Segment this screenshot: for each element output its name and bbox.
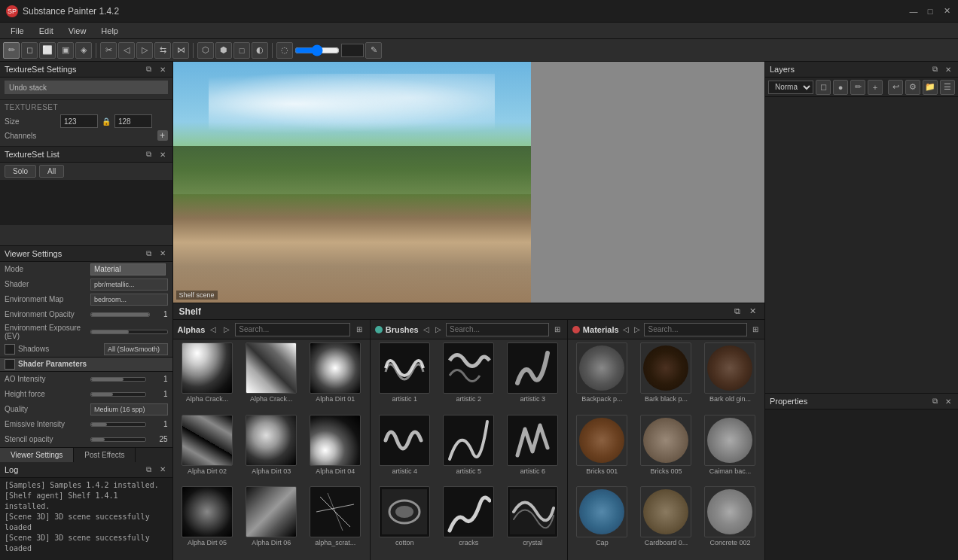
close-button[interactable]: ✕ xyxy=(941,6,952,17)
viewport-3d[interactable]: Shelf scene xyxy=(173,62,531,303)
list-item[interactable]: Caiman bac... xyxy=(699,415,761,485)
list-item[interactable]: artistic 6 xyxy=(502,415,564,485)
layers-visibility-btn[interactable]: ◻ xyxy=(816,80,831,95)
sym-btn[interactable]: ⇆ xyxy=(154,42,171,59)
minimize-button[interactable]: — xyxy=(908,6,919,17)
textureset-list-float-btn[interactable]: ⧉ xyxy=(144,149,154,160)
menu-edit[interactable]: Edit xyxy=(32,25,61,37)
list-item[interactable]: artistic 2 xyxy=(438,342,500,413)
layers-float-btn[interactable]: ⧉ xyxy=(929,64,940,75)
list-item[interactable]: artistic 4 xyxy=(374,415,436,485)
solo-btn[interactable]: Solo xyxy=(5,165,36,178)
list-item[interactable]: cracks xyxy=(438,486,500,557)
materials-next-btn[interactable]: ▷ xyxy=(633,324,642,335)
panel-close-btn[interactable]: ✕ xyxy=(157,64,168,75)
list-item[interactable]: crystal xyxy=(502,486,564,557)
env-opacity-slider[interactable] xyxy=(90,312,150,317)
brush-settings-btn[interactable]: ✎ xyxy=(365,42,382,59)
materials-search-input[interactable] xyxy=(644,323,747,336)
add-channel-btn[interactable]: + xyxy=(157,130,168,141)
shelf-close-btn[interactable]: ✕ xyxy=(746,306,758,318)
height-force-slider[interactable] xyxy=(90,392,146,397)
list-item[interactable]: Concrete 002 xyxy=(699,486,761,557)
list-item[interactable]: Alpha Dirt 06 xyxy=(240,486,303,557)
maximize-button[interactable]: □ xyxy=(925,6,935,17)
list-item[interactable]: Bricks 005 xyxy=(635,415,697,485)
list-item[interactable]: Bricks 001 xyxy=(571,415,633,485)
list-item[interactable]: Alpha Crack... xyxy=(240,342,303,413)
list-item[interactable]: Cap xyxy=(571,486,633,557)
mask-tool-btn[interactable]: ◈ xyxy=(75,42,92,59)
layers-close-btn[interactable]: ✕ xyxy=(943,64,953,75)
brushes-next-btn[interactable]: ▷ xyxy=(434,324,443,335)
texture-tool-btn[interactable]: ⬜ xyxy=(39,42,56,59)
list-item[interactable]: Alpha Dirt 04 xyxy=(304,415,367,485)
shadows-checkbox[interactable] xyxy=(5,344,15,355)
list-item[interactable]: Alpha Dirt 05 xyxy=(176,486,239,557)
layers-blend-mode[interactable]: Normal xyxy=(768,81,813,94)
properties-float-btn[interactable]: ⧉ xyxy=(929,396,940,406)
materials-grid-btn[interactable]: ⊞ xyxy=(750,324,760,336)
brushes-search-input[interactable] xyxy=(446,323,549,336)
alphas-search-input[interactable] xyxy=(235,323,349,336)
list-item[interactable]: Alpha Dirt 01 xyxy=(304,342,367,413)
layers-solo-btn[interactable]: ● xyxy=(833,80,848,95)
ao-intensity-slider[interactable] xyxy=(90,377,146,382)
tab-viewer-settings[interactable]: Viewer Settings xyxy=(0,448,74,462)
emissive-slider[interactable] xyxy=(90,422,146,427)
alphas-next-btn[interactable]: ▷ xyxy=(221,324,232,335)
layers-paint-btn[interactable]: ✏ xyxy=(850,80,865,95)
clone-tool-btn[interactable]: ✂ xyxy=(100,42,117,59)
list-item[interactable]: Alpha Dirt 03 xyxy=(240,415,303,485)
list-item[interactable]: Backpack p... xyxy=(571,342,633,413)
materials-prev-btn[interactable]: ◁ xyxy=(622,324,630,335)
layers-add-btn[interactable]: + xyxy=(868,80,883,95)
list-item[interactable]: artistic 3 xyxy=(502,342,564,413)
tool-extra4[interactable]: ◐ xyxy=(252,42,268,59)
list-item[interactable]: Alpha Dirt 02 xyxy=(176,415,239,485)
list-item[interactable]: Cardboard 0... xyxy=(635,486,697,557)
all-btn[interactable]: All xyxy=(39,165,64,178)
menu-view[interactable]: View xyxy=(61,25,94,37)
list-item[interactable]: cotton xyxy=(374,486,436,557)
menu-help[interactable]: Help xyxy=(93,25,126,37)
viewer-settings-float-btn[interactable]: ⧉ xyxy=(144,248,154,259)
shelf-expand-btn[interactable]: ⧉ xyxy=(731,306,743,318)
tool-extra2[interactable]: ⬢ xyxy=(215,42,232,59)
brushes-grid-btn[interactable]: ⊞ xyxy=(552,324,563,336)
stencil-slider[interactable] xyxy=(90,437,146,442)
list-item[interactable]: Bark black p... xyxy=(635,342,697,413)
layers-folder-btn[interactable]: 📁 xyxy=(923,80,938,95)
brush-size-slider[interactable] xyxy=(294,45,340,56)
shader-params-checkbox[interactable] xyxy=(5,359,15,370)
alphas-prev-btn[interactable]: ◁ xyxy=(208,324,218,335)
layers-menu-btn[interactable]: ☰ xyxy=(940,80,955,95)
list-item[interactable]: Alpha Crack... xyxy=(176,342,239,413)
viewer-settings-close-btn[interactable]: ✕ xyxy=(157,248,168,259)
brush-mode-btn[interactable]: ◌ xyxy=(276,42,293,59)
size-input-1[interactable] xyxy=(60,114,98,128)
log-float-btn[interactable]: ⧉ xyxy=(144,464,154,475)
brush-size-input[interactable]: 8 xyxy=(341,44,364,57)
env-exposure-slider[interactable] xyxy=(90,330,168,334)
tool-extra3[interactable]: □ xyxy=(233,42,250,59)
alphas-grid-btn[interactable]: ⊞ xyxy=(353,324,365,336)
size-input-2[interactable] xyxy=(114,114,152,128)
layer-tool-btn[interactable]: ▣ xyxy=(57,42,74,59)
layers-undo-btn[interactable]: ↩ xyxy=(888,80,903,95)
menu-file[interactable]: File xyxy=(3,25,32,37)
nav-prev-btn[interactable]: ◁ xyxy=(118,42,135,59)
brushes-prev-btn[interactable]: ◁ xyxy=(422,324,431,335)
list-item[interactable]: artistic 1 xyxy=(374,342,436,413)
tool-extra1[interactable]: ⬡ xyxy=(197,42,214,59)
paint-tool-btn[interactable]: ✏ xyxy=(3,42,20,59)
list-item[interactable]: artistic 5 xyxy=(438,415,500,485)
mode-dropdown[interactable]: Material xyxy=(90,263,166,275)
properties-close-btn[interactable]: ✕ xyxy=(943,396,953,406)
erase-tool-btn[interactable]: ◻ xyxy=(21,42,38,59)
textureset-list-close-btn[interactable]: ✕ xyxy=(157,149,168,160)
nav-next-btn[interactable]: ▷ xyxy=(136,42,153,59)
lock-icon[interactable]: 🔒 xyxy=(101,116,111,126)
mirror-btn[interactable]: ⋈ xyxy=(172,42,189,59)
panel-float-btn[interactable]: ⧉ xyxy=(144,64,154,75)
